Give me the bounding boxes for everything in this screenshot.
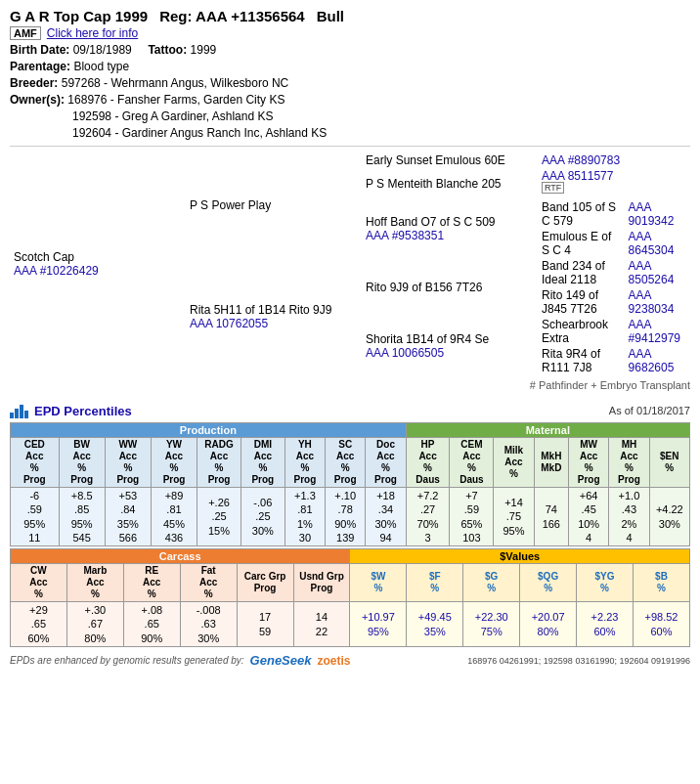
col-mw: MWAcc%Prog: [569, 438, 609, 488]
reg-number: Reg: AAA +11356564: [159, 8, 305, 24]
parentage-label: Parentage:: [10, 60, 70, 73]
col-marb: MarbAcc%: [66, 564, 123, 602]
val-bw: +8.5.8595%545: [59, 488, 105, 546]
footer: EPDs are enhanced by genomic results gen…: [10, 653, 690, 668]
breeder: 597268 - Wehrmann Angus, Wilkesboro NC: [62, 76, 289, 90]
info-link[interactable]: Click here for info: [47, 26, 138, 40]
ped-band105-reg[interactable]: AAA 9019342: [625, 199, 690, 229]
epd-chart-icon: [10, 403, 28, 418]
val-b: +98.5260%: [633, 602, 689, 647]
animal-type: Bull: [317, 8, 344, 24]
rito-9j9-label: Rito 9J9 of B156 7T26: [366, 281, 534, 294]
ped-rita9r4-name: Rita 9R4 of R111 7J8: [538, 346, 625, 375]
col-radg: RADGAcc%Prog: [197, 438, 241, 488]
shorita-label: Shorita 1B14 of 9R4 Se: [366, 332, 534, 346]
tattoo: 1999: [191, 43, 217, 57]
bar-1: [10, 413, 14, 418]
owner-label: Owner(s):: [10, 93, 65, 107]
val-re: +.08.6590%: [123, 602, 180, 647]
val-hp: +7.2.2770%3: [406, 488, 450, 546]
col-sc: SCAcc%Prog: [326, 438, 366, 488]
ped-emulous-e-reg[interactable]: AAA 8645304: [625, 229, 690, 258]
tattoo-label: Tattoo:: [148, 43, 187, 57]
amf-label: AMF: [10, 26, 41, 40]
birth-date-row: Birth Date: 09/18/1989 Tattoo: 1999: [10, 43, 690, 57]
bar-3: [20, 405, 23, 418]
col-fat: FatAcc%: [180, 564, 237, 602]
col-ww: WWAcc%Prog: [105, 438, 151, 488]
geneseek-logo: GeneSeek: [250, 653, 312, 668]
ped-rita9r4-reg[interactable]: AAA 9682605: [625, 346, 690, 375]
ped-rito149-reg[interactable]: AAA 9238034: [625, 287, 690, 317]
val-marb: +.30.6780%: [66, 602, 123, 647]
birth-date: 09/18/1989: [73, 43, 132, 57]
header-title: G A R Top Cap 1999 Reg: AAA +11356564 Bu…: [10, 8, 690, 24]
col-qg: $QG%: [520, 564, 577, 602]
col-f: $F%: [407, 564, 463, 602]
col-milk: MilkAcc%: [494, 438, 534, 488]
ped-menteith-reg: AAA 8511577 RTF: [538, 168, 625, 199]
col-en: $EN%: [649, 438, 689, 488]
owner-row: Owner(s): 168976 - Fansher Farms, Garden…: [10, 93, 690, 107]
footer-label: EPDs are enhanced by genomic results gen…: [10, 655, 244, 666]
breeder-label: Breeder:: [10, 76, 58, 90]
parentage-row: Parentage: Blood type: [10, 60, 690, 73]
val-ced: -6.5995%11: [11, 488, 60, 546]
ped-menteith-name: P S Menteith Blanche 205: [362, 168, 538, 199]
ped-band234-name: Band 234 of Ideal 2118: [538, 258, 625, 287]
carc-section-header: Carcass: [11, 549, 350, 564]
logo-area: EPDs are enhanced by genomic results gen…: [10, 653, 350, 668]
ped-band105-name: Band 105 of S C 579: [538, 199, 625, 229]
ped-rito149-name: Rito 149 of J845 7T26: [538, 287, 625, 317]
col-hp: HPAcc%Daus: [406, 438, 450, 488]
ped-schearbrook-reg[interactable]: AAA #9412979: [625, 317, 690, 346]
shorita-reg[interactable]: AAA 10066505: [366, 346, 534, 360]
scotch-cap-reg[interactable]: AAA #10226429: [14, 264, 182, 278]
scotch-cap-label: Scotch Cap: [14, 250, 182, 264]
rita-label: Rita 5H11 of 1B14 Rito 9J9: [190, 303, 358, 317]
rtf-badge: RTF: [542, 182, 564, 194]
val-yw: +89.8145%436: [151, 488, 197, 546]
val-radg: +.26.2515%: [197, 488, 241, 546]
epd-carc-val-table: Carcass $Values CWAcc% MarbAcc% REAcc% F…: [10, 548, 690, 647]
epd-header-row: EPD Percentiles As of 01/18/2017: [10, 403, 690, 418]
footer-ids: 168976 04261991; 192598 03161990; 192604…: [467, 656, 690, 666]
zoetis-logo: zoetis: [317, 654, 350, 668]
ped-emulous-name: Early Sunset Emulous 60E: [362, 152, 538, 168]
val-mw: +64.4510%4: [569, 488, 609, 546]
val-yh: +1.3.811%30: [284, 488, 325, 546]
parentage: Blood type: [73, 60, 129, 73]
col-dmi: DMIAcc%Prog: [241, 438, 284, 488]
ped-schearbrook-name: Schearbrook Extra: [538, 317, 625, 346]
breeder-row: Breeder: 597268 - Wehrmann Angus, Wilkes…: [10, 76, 690, 90]
col-cem: CEMAcc%Daus: [450, 438, 494, 488]
val-yg: +2.2360%: [577, 602, 634, 647]
animal-name: G A R Top Cap 1999: [10, 8, 148, 24]
col-usnd-grp: Usnd GrpProg: [293, 564, 350, 602]
col-yw: YWAcc%Prog: [151, 438, 197, 488]
val-section-header: $Values: [350, 549, 690, 564]
ped-emulous-e-name: Emulous E of S C 4: [538, 229, 625, 258]
col-g: $G%: [463, 564, 520, 602]
ped-rito-9j9: Rito 9J9 of B156 7T26: [362, 258, 538, 317]
col-b: $B%: [633, 564, 689, 602]
owner-2-row: 192604 - Gardiner Angus Ranch Inc, Ashla…: [10, 126, 690, 140]
val-qg: +20.0780%: [520, 602, 577, 647]
owner-1: 192598 - Greg A Gardiner, Ashland KS: [72, 109, 273, 123]
rita-reg[interactable]: AAA 10762055: [190, 317, 358, 330]
ped-band234-reg[interactable]: AAA 8505264: [625, 258, 690, 287]
pedigree-table: Scotch Cap AAA #10226429 P S Power Play …: [10, 152, 690, 375]
ped-hoff-band: Hoff Band O7 of S C 509 AAA #9538351: [362, 199, 538, 258]
hoff-band-label: Hoff Band O7 of S C 509: [366, 215, 534, 229]
col-cw: CWAcc%: [11, 564, 67, 602]
val-usnd-grp: 1422: [293, 602, 350, 647]
col-yg: $YG%: [577, 564, 634, 602]
val-milk: +14.7595%: [494, 488, 534, 546]
epd-prod-mat-table: Production Maternal CEDAcc%Prog BWAcc%Pr…: [10, 422, 690, 546]
hoff-band-reg[interactable]: AAA #9538351: [366, 229, 534, 242]
val-f: +49.4535%: [407, 602, 463, 647]
val-dmi: -.06.2530%: [241, 488, 284, 546]
ped-emulous-reg[interactable]: AAA #8890783: [538, 152, 625, 168]
val-mh: +1.0.432%4: [609, 488, 649, 546]
as-of: As of 01/18/2017: [609, 405, 690, 416]
